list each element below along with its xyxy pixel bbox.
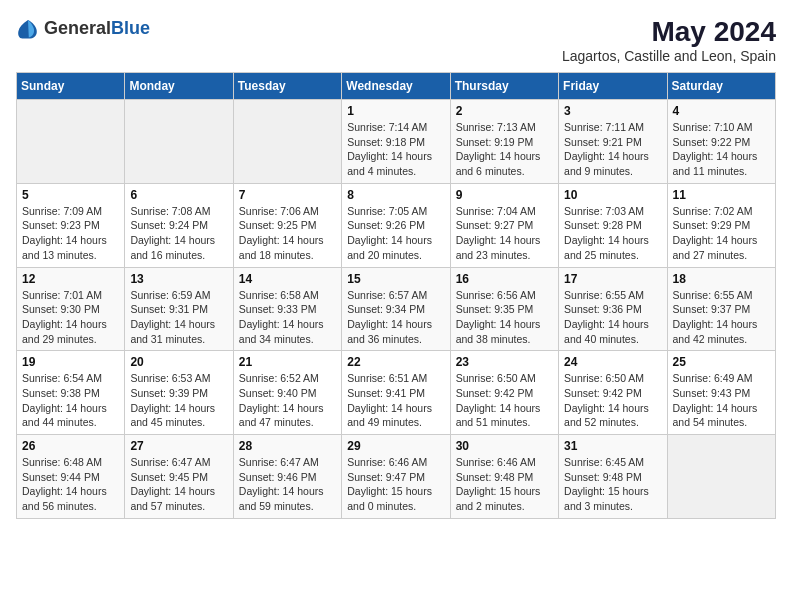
- calendar-cell: 23 Sunrise: 6:50 AMSunset: 9:42 PMDaylig…: [450, 351, 558, 435]
- day-number: 29: [347, 439, 444, 453]
- calendar-cell: 4 Sunrise: 7:10 AMSunset: 9:22 PMDayligh…: [667, 100, 775, 184]
- day-number: 2: [456, 104, 553, 118]
- day-info: Sunrise: 6:46 AMSunset: 9:48 PMDaylight:…: [456, 455, 553, 514]
- calendar-week-row: 12 Sunrise: 7:01 AMSunset: 9:30 PMDaylig…: [17, 267, 776, 351]
- day-number: 11: [673, 188, 770, 202]
- calendar-cell: 26 Sunrise: 6:48 AMSunset: 9:44 PMDaylig…: [17, 435, 125, 519]
- calendar-cell: 17 Sunrise: 6:55 AMSunset: 9:36 PMDaylig…: [559, 267, 667, 351]
- day-info: Sunrise: 7:09 AMSunset: 9:23 PMDaylight:…: [22, 204, 119, 263]
- day-info: Sunrise: 7:02 AMSunset: 9:29 PMDaylight:…: [673, 204, 770, 263]
- day-info: Sunrise: 7:04 AMSunset: 9:27 PMDaylight:…: [456, 204, 553, 263]
- day-number: 25: [673, 355, 770, 369]
- calendar-cell: 18 Sunrise: 6:55 AMSunset: 9:37 PMDaylig…: [667, 267, 775, 351]
- calendar-week-row: 5 Sunrise: 7:09 AMSunset: 9:23 PMDayligh…: [17, 183, 776, 267]
- day-number: 9: [456, 188, 553, 202]
- title-block: May 2024 Lagartos, Castille and Leon, Sp…: [562, 16, 776, 64]
- page-header: GeneralBlue May 2024 Lagartos, Castille …: [16, 16, 776, 64]
- day-info: Sunrise: 6:48 AMSunset: 9:44 PMDaylight:…: [22, 455, 119, 514]
- day-info: Sunrise: 6:55 AMSunset: 9:36 PMDaylight:…: [564, 288, 661, 347]
- calendar-cell: 31 Sunrise: 6:45 AMSunset: 9:48 PMDaylig…: [559, 435, 667, 519]
- day-number: 13: [130, 272, 227, 286]
- col-friday: Friday: [559, 73, 667, 100]
- calendar-cell: 13 Sunrise: 6:59 AMSunset: 9:31 PMDaylig…: [125, 267, 233, 351]
- calendar-cell: 21 Sunrise: 6:52 AMSunset: 9:40 PMDaylig…: [233, 351, 341, 435]
- day-number: 15: [347, 272, 444, 286]
- day-info: Sunrise: 7:01 AMSunset: 9:30 PMDaylight:…: [22, 288, 119, 347]
- day-info: Sunrise: 6:51 AMSunset: 9:41 PMDaylight:…: [347, 371, 444, 430]
- day-info: Sunrise: 6:57 AMSunset: 9:34 PMDaylight:…: [347, 288, 444, 347]
- calendar-cell: [17, 100, 125, 184]
- day-info: Sunrise: 6:54 AMSunset: 9:38 PMDaylight:…: [22, 371, 119, 430]
- day-info: Sunrise: 6:58 AMSunset: 9:33 PMDaylight:…: [239, 288, 336, 347]
- day-info: Sunrise: 6:46 AMSunset: 9:47 PMDaylight:…: [347, 455, 444, 514]
- day-info: Sunrise: 7:13 AMSunset: 9:19 PMDaylight:…: [456, 120, 553, 179]
- logo-icon: [16, 16, 40, 40]
- calendar-week-row: 19 Sunrise: 6:54 AMSunset: 9:38 PMDaylig…: [17, 351, 776, 435]
- calendar-cell: 27 Sunrise: 6:47 AMSunset: 9:45 PMDaylig…: [125, 435, 233, 519]
- day-info: Sunrise: 7:06 AMSunset: 9:25 PMDaylight:…: [239, 204, 336, 263]
- day-number: 18: [673, 272, 770, 286]
- calendar-cell: 22 Sunrise: 6:51 AMSunset: 9:41 PMDaylig…: [342, 351, 450, 435]
- day-info: Sunrise: 7:10 AMSunset: 9:22 PMDaylight:…: [673, 120, 770, 179]
- day-number: 23: [456, 355, 553, 369]
- col-monday: Monday: [125, 73, 233, 100]
- calendar-cell: 16 Sunrise: 6:56 AMSunset: 9:35 PMDaylig…: [450, 267, 558, 351]
- calendar-cell: 5 Sunrise: 7:09 AMSunset: 9:23 PMDayligh…: [17, 183, 125, 267]
- day-info: Sunrise: 6:50 AMSunset: 9:42 PMDaylight:…: [564, 371, 661, 430]
- day-number: 7: [239, 188, 336, 202]
- calendar-cell: 10 Sunrise: 7:03 AMSunset: 9:28 PMDaylig…: [559, 183, 667, 267]
- calendar-cell: 28 Sunrise: 6:47 AMSunset: 9:46 PMDaylig…: [233, 435, 341, 519]
- day-info: Sunrise: 6:50 AMSunset: 9:42 PMDaylight:…: [456, 371, 553, 430]
- calendar-cell: 7 Sunrise: 7:06 AMSunset: 9:25 PMDayligh…: [233, 183, 341, 267]
- calendar-cell: 30 Sunrise: 6:46 AMSunset: 9:48 PMDaylig…: [450, 435, 558, 519]
- calendar-cell: [125, 100, 233, 184]
- day-number: 19: [22, 355, 119, 369]
- day-number: 16: [456, 272, 553, 286]
- calendar-cell: 25 Sunrise: 6:49 AMSunset: 9:43 PMDaylig…: [667, 351, 775, 435]
- day-info: Sunrise: 6:47 AMSunset: 9:46 PMDaylight:…: [239, 455, 336, 514]
- day-number: 6: [130, 188, 227, 202]
- day-info: Sunrise: 7:11 AMSunset: 9:21 PMDaylight:…: [564, 120, 661, 179]
- day-number: 12: [22, 272, 119, 286]
- calendar-cell: 9 Sunrise: 7:04 AMSunset: 9:27 PMDayligh…: [450, 183, 558, 267]
- day-info: Sunrise: 6:45 AMSunset: 9:48 PMDaylight:…: [564, 455, 661, 514]
- day-number: 1: [347, 104, 444, 118]
- calendar-cell: 6 Sunrise: 7:08 AMSunset: 9:24 PMDayligh…: [125, 183, 233, 267]
- day-number: 22: [347, 355, 444, 369]
- col-wednesday: Wednesday: [342, 73, 450, 100]
- calendar-cell: 11 Sunrise: 7:02 AMSunset: 9:29 PMDaylig…: [667, 183, 775, 267]
- calendar-cell: 15 Sunrise: 6:57 AMSunset: 9:34 PMDaylig…: [342, 267, 450, 351]
- calendar-cell: [233, 100, 341, 184]
- day-number: 4: [673, 104, 770, 118]
- day-number: 26: [22, 439, 119, 453]
- day-number: 10: [564, 188, 661, 202]
- calendar-table: Sunday Monday Tuesday Wednesday Thursday…: [16, 72, 776, 519]
- col-thursday: Thursday: [450, 73, 558, 100]
- day-number: 30: [456, 439, 553, 453]
- col-tuesday: Tuesday: [233, 73, 341, 100]
- col-saturday: Saturday: [667, 73, 775, 100]
- day-number: 5: [22, 188, 119, 202]
- calendar-header-row: Sunday Monday Tuesday Wednesday Thursday…: [17, 73, 776, 100]
- day-info: Sunrise: 6:56 AMSunset: 9:35 PMDaylight:…: [456, 288, 553, 347]
- calendar-week-row: 1 Sunrise: 7:14 AMSunset: 9:18 PMDayligh…: [17, 100, 776, 184]
- day-number: 8: [347, 188, 444, 202]
- calendar-cell: 29 Sunrise: 6:46 AMSunset: 9:47 PMDaylig…: [342, 435, 450, 519]
- calendar-cell: 24 Sunrise: 6:50 AMSunset: 9:42 PMDaylig…: [559, 351, 667, 435]
- calendar-cell: 2 Sunrise: 7:13 AMSunset: 9:19 PMDayligh…: [450, 100, 558, 184]
- day-number: 17: [564, 272, 661, 286]
- day-info: Sunrise: 6:49 AMSunset: 9:43 PMDaylight:…: [673, 371, 770, 430]
- day-info: Sunrise: 7:05 AMSunset: 9:26 PMDaylight:…: [347, 204, 444, 263]
- calendar-cell: 3 Sunrise: 7:11 AMSunset: 9:21 PMDayligh…: [559, 100, 667, 184]
- logo-text: GeneralBlue: [44, 18, 150, 39]
- day-info: Sunrise: 6:52 AMSunset: 9:40 PMDaylight:…: [239, 371, 336, 430]
- day-info: Sunrise: 6:47 AMSunset: 9:45 PMDaylight:…: [130, 455, 227, 514]
- day-number: 28: [239, 439, 336, 453]
- day-info: Sunrise: 7:03 AMSunset: 9:28 PMDaylight:…: [564, 204, 661, 263]
- day-number: 31: [564, 439, 661, 453]
- logo-blue: Blue: [111, 18, 150, 38]
- calendar-week-row: 26 Sunrise: 6:48 AMSunset: 9:44 PMDaylig…: [17, 435, 776, 519]
- day-number: 3: [564, 104, 661, 118]
- calendar-cell: [667, 435, 775, 519]
- day-info: Sunrise: 6:59 AMSunset: 9:31 PMDaylight:…: [130, 288, 227, 347]
